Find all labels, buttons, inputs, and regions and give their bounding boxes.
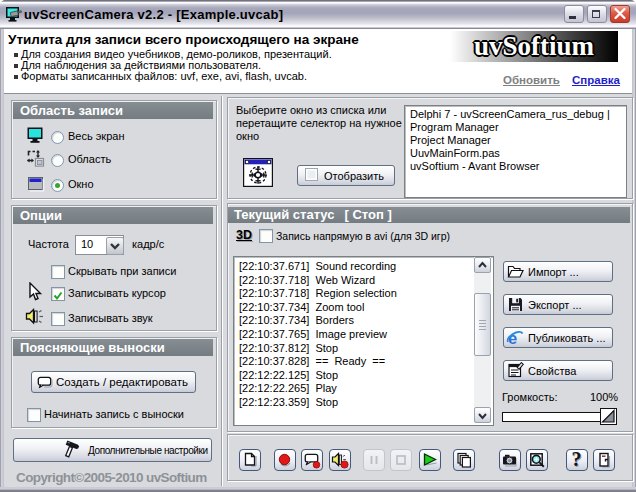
svg-text:?: ?: [571, 450, 581, 470]
